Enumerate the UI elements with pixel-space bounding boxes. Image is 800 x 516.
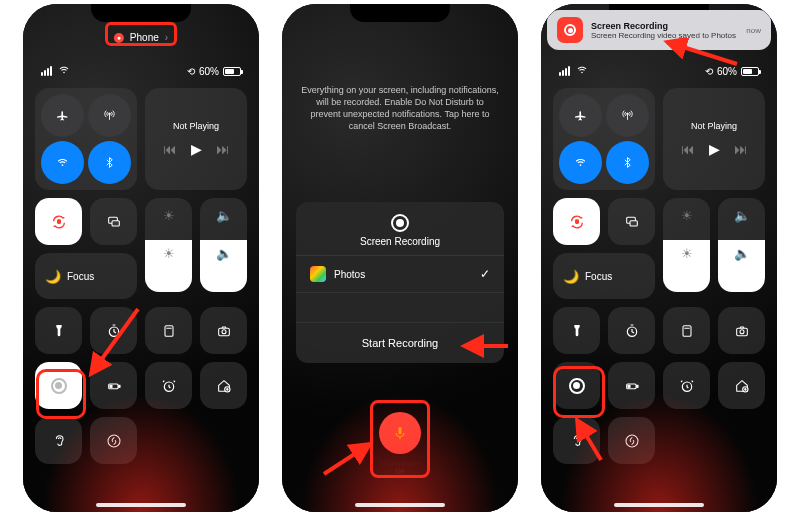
bluetooth-toggle[interactable] bbox=[606, 141, 649, 184]
record-dot-icon: ● bbox=[114, 33, 124, 43]
broadcast-warning[interactable]: Everything on your screen, including not… bbox=[300, 84, 500, 133]
home-indicator[interactable] bbox=[614, 503, 704, 507]
timer-tile[interactable] bbox=[608, 307, 655, 354]
low-power-tile[interactable] bbox=[90, 362, 137, 409]
wifi-toggle[interactable] bbox=[559, 141, 602, 184]
speaker-icon: 🔈 bbox=[216, 246, 232, 261]
screen-recording-app-icon bbox=[557, 17, 583, 43]
focus-tile[interactable]: 🌙Focus bbox=[553, 253, 655, 299]
sun-icon: ☀ bbox=[163, 246, 175, 261]
screen-record-tile[interactable] bbox=[35, 362, 82, 409]
add-home-tile[interactable] bbox=[200, 362, 247, 409]
rotation-lock-tile[interactable] bbox=[35, 198, 82, 245]
call-pill[interactable]: ● Phone › bbox=[102, 28, 180, 47]
brightness-slider[interactable]: ☀ ☀ bbox=[145, 198, 192, 292]
alarm-tile[interactable] bbox=[663, 362, 710, 409]
microphone-icon bbox=[391, 424, 409, 442]
sun-icon: ☀ bbox=[681, 246, 693, 261]
svg-rect-18 bbox=[630, 220, 637, 225]
bluetooth-icon bbox=[621, 156, 634, 169]
airplane-icon bbox=[574, 109, 587, 122]
screen-mirroring-tile[interactable] bbox=[608, 198, 655, 245]
hearing-tile[interactable] bbox=[553, 417, 600, 464]
svg-rect-1 bbox=[57, 220, 60, 223]
low-power-tile[interactable] bbox=[608, 362, 655, 409]
cellular-bars-icon bbox=[41, 66, 52, 76]
add-home-tile[interactable] bbox=[718, 362, 765, 409]
flashlight-tile[interactable] bbox=[553, 307, 600, 354]
home-indicator[interactable] bbox=[96, 503, 186, 507]
alarm-icon bbox=[161, 378, 177, 394]
next-track-icon[interactable]: ⏭ bbox=[734, 141, 748, 157]
calculator-tile[interactable] bbox=[663, 307, 710, 354]
camera-icon bbox=[216, 323, 232, 339]
play-icon[interactable]: ▶ bbox=[191, 141, 202, 157]
svg-rect-14 bbox=[399, 427, 402, 435]
battery-icon bbox=[223, 67, 241, 76]
svg-rect-3 bbox=[112, 220, 119, 225]
camera-icon bbox=[734, 323, 750, 339]
focus-tile[interactable]: 🌙 Focus bbox=[35, 253, 137, 299]
mirroring-icon bbox=[624, 214, 640, 230]
cellular-toggle[interactable] bbox=[88, 94, 131, 137]
timer-tile[interactable] bbox=[90, 307, 137, 354]
alarm-icon bbox=[679, 378, 695, 394]
screen-mirroring-tile[interactable] bbox=[90, 198, 137, 245]
chevron-right-icon: › bbox=[165, 32, 168, 43]
home-plus-icon bbox=[734, 378, 750, 394]
orientation-lock-icon: ⟲ bbox=[187, 66, 195, 77]
media-label: Not Playing bbox=[173, 121, 219, 131]
microphone-toggle[interactable] bbox=[379, 412, 421, 454]
shazam-tile[interactable] bbox=[90, 417, 137, 464]
wifi-icon bbox=[574, 156, 587, 169]
svg-point-22 bbox=[740, 330, 744, 334]
svg-rect-24 bbox=[636, 385, 637, 387]
mic-caption: Microphone On bbox=[379, 460, 421, 476]
moon-icon: 🌙 bbox=[45, 269, 61, 284]
option-empty[interactable] bbox=[296, 293, 504, 323]
calculator-tile[interactable] bbox=[145, 307, 192, 354]
phone-screenshot-3: Screen Recording Screen Recording video … bbox=[541, 4, 777, 512]
hearing-tile[interactable] bbox=[35, 417, 82, 464]
svg-point-28 bbox=[626, 435, 638, 447]
moon-icon: 🌙 bbox=[563, 269, 579, 284]
banner-timestamp: now bbox=[746, 26, 761, 35]
airplane-toggle[interactable] bbox=[41, 94, 84, 137]
battery-percent: 60% bbox=[199, 66, 219, 77]
option-photos[interactable]: Photos ✓ bbox=[296, 256, 504, 293]
media-module[interactable]: Not Playing ⏮▶⏭ bbox=[663, 88, 765, 190]
volume-slider[interactable]: 🔈 🔈 bbox=[200, 198, 247, 292]
camera-tile[interactable] bbox=[718, 307, 765, 354]
connectivity-module[interactable] bbox=[553, 88, 655, 190]
connectivity-module[interactable] bbox=[35, 88, 137, 190]
mic-label: Microphone bbox=[379, 460, 421, 469]
control-center-grid: Not Playing ⏮ ▶ ⏭ ☀ ☀ 🔈 🔈 🌙 Focus bbox=[35, 88, 247, 464]
airplane-toggle[interactable] bbox=[559, 94, 602, 137]
camera-tile[interactable] bbox=[200, 307, 247, 354]
notification-banner[interactable]: Screen Recording Screen Recording video … bbox=[547, 10, 771, 50]
volume-slider[interactable]: 🔈🔈 bbox=[718, 198, 765, 292]
rotation-lock-tile[interactable] bbox=[553, 198, 600, 245]
start-recording-button[interactable]: Start Recording bbox=[296, 323, 504, 363]
svg-rect-10 bbox=[110, 385, 112, 387]
bluetooth-toggle[interactable] bbox=[88, 141, 131, 184]
rotation-lock-icon bbox=[569, 214, 585, 230]
screen-record-tile[interactable] bbox=[553, 362, 600, 409]
cellular-toggle[interactable] bbox=[606, 94, 649, 137]
next-track-icon[interactable]: ⏭ bbox=[216, 141, 230, 157]
wifi-toggle[interactable] bbox=[41, 141, 84, 184]
media-module[interactable]: Not Playing ⏮ ▶ ⏭ bbox=[145, 88, 247, 190]
flashlight-tile[interactable] bbox=[35, 307, 82, 354]
play-icon[interactable]: ▶ bbox=[709, 141, 720, 157]
flashlight-icon bbox=[51, 323, 67, 339]
option-label: Photos bbox=[334, 269, 365, 280]
shazam-tile[interactable] bbox=[608, 417, 655, 464]
photos-app-icon bbox=[310, 266, 326, 282]
prev-track-icon[interactable]: ⏮ bbox=[681, 141, 695, 157]
alarm-tile[interactable] bbox=[145, 362, 192, 409]
prev-track-icon[interactable]: ⏮ bbox=[163, 141, 177, 157]
antenna-icon bbox=[621, 109, 634, 122]
home-indicator[interactable] bbox=[355, 503, 445, 507]
focus-label: Focus bbox=[67, 271, 94, 282]
brightness-slider[interactable]: ☀☀ bbox=[663, 198, 710, 292]
